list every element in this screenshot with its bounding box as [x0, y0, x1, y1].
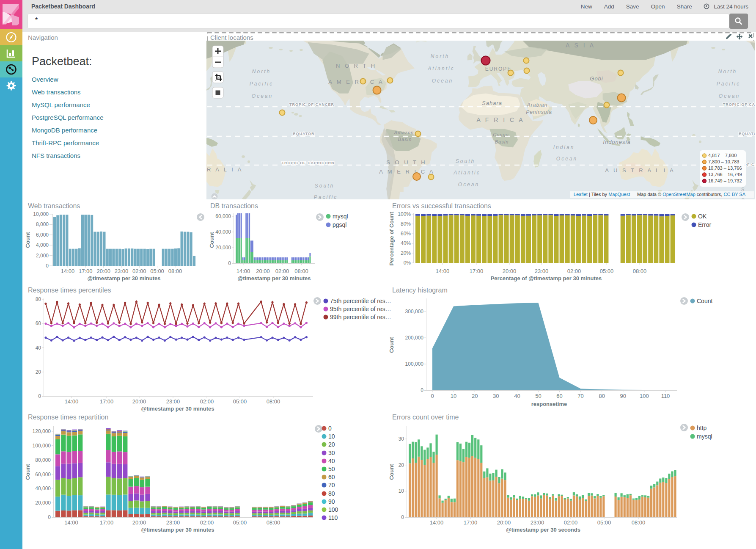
svg-text:4,000: 4,000	[36, 242, 49, 248]
svg-text:@timestamp per 30 minutes: @timestamp per 30 minutes	[87, 275, 160, 281]
svg-text:Response times percentiles: Response times percentiles	[28, 287, 111, 294]
svg-text:02:00: 02:00	[200, 519, 214, 526]
svg-text:40,000: 40,000	[215, 229, 231, 235]
svg-text:0: 0	[431, 393, 434, 399]
svg-text:0: 0	[328, 425, 332, 432]
svg-text:05:00: 05:00	[233, 519, 247, 526]
svg-text:40: 40	[36, 345, 41, 351]
svg-text:Percentage of Count: Percentage of Count	[388, 212, 395, 266]
svg-text:@timestamp per 30 seconds: @timestamp per 30 seconds	[506, 527, 580, 533]
svg-text:6,000: 6,000	[36, 232, 49, 238]
svg-text:100: 100	[328, 506, 338, 513]
svg-text:300,000: 300,000	[405, 309, 424, 315]
svg-text:50: 50	[535, 393, 541, 399]
svg-text:20:00: 20:00	[497, 519, 511, 526]
svg-text:99th percentile of res…: 99th percentile of res…	[330, 314, 391, 320]
svg-text:10: 10	[328, 433, 335, 440]
svg-text:02:00: 02:00	[567, 268, 581, 274]
svg-text:30: 30	[399, 436, 404, 442]
svg-text:20:00: 20:00	[132, 519, 146, 526]
svg-text:08:00: 08:00	[632, 519, 646, 526]
svg-text:0: 0	[401, 514, 404, 520]
svg-text:23:00: 23:00	[115, 268, 129, 274]
svg-text:@timestamp per 30 minutes: @timestamp per 30 minutes	[237, 275, 311, 281]
svg-text:OK: OK	[698, 213, 707, 220]
svg-text:100: 100	[640, 393, 649, 399]
svg-text:14:00: 14:00	[430, 519, 444, 526]
svg-text:14:00: 14:00	[436, 268, 450, 274]
svg-text:23:00: 23:00	[535, 268, 549, 274]
svg-text:90: 90	[328, 498, 335, 505]
svg-text:05:00: 05:00	[233, 398, 247, 405]
svg-text:DB transactions: DB transactions	[210, 202, 258, 210]
svg-text:08:00: 08:00	[168, 268, 182, 274]
svg-text:Count: Count	[697, 298, 712, 304]
svg-text:17:00: 17:00	[100, 519, 114, 526]
svg-text:0: 0	[46, 263, 49, 269]
svg-text:14:00: 14:00	[65, 398, 79, 405]
svg-text:70: 70	[577, 393, 583, 399]
svg-text:Errors vs successful transacti: Errors vs successful transactions	[392, 202, 491, 210]
svg-text:Errors count over time: Errors count over time	[392, 414, 459, 421]
svg-text:100,000: 100,000	[405, 361, 424, 367]
svg-text:23:00: 23:00	[531, 519, 544, 526]
svg-text:20:00: 20:00	[503, 268, 517, 274]
svg-text:05:00: 05:00	[597, 519, 611, 526]
svg-text:50: 50	[328, 466, 335, 472]
svg-text:80: 80	[328, 490, 335, 497]
svg-text:20:00: 20:00	[132, 398, 146, 405]
svg-text:mysql: mysql	[697, 433, 712, 440]
svg-text:Error: Error	[698, 221, 711, 228]
svg-text:80,000: 80,000	[35, 457, 51, 463]
svg-text:2,000: 2,000	[36, 253, 49, 259]
svg-text:20:00: 20:00	[96, 268, 110, 274]
svg-text:100,000: 100,000	[33, 443, 51, 449]
svg-text:60%: 60%	[401, 231, 411, 237]
svg-text:70: 70	[328, 482, 335, 488]
svg-text:110: 110	[328, 514, 338, 521]
svg-text:20,000: 20,000	[35, 500, 51, 506]
svg-text:20: 20	[328, 441, 335, 448]
svg-text:8,000: 8,000	[36, 221, 49, 227]
svg-text:90: 90	[620, 393, 626, 399]
svg-text:@timestamp per 30 minutes: @timestamp per 30 minutes	[141, 527, 214, 533]
svg-text:20: 20	[472, 393, 478, 399]
svg-text:110: 110	[661, 393, 670, 399]
svg-text:10,000: 10,000	[33, 211, 49, 217]
svg-text:17:00: 17:00	[100, 398, 114, 405]
svg-text:10: 10	[451, 393, 456, 399]
svg-text:0: 0	[228, 260, 231, 266]
svg-text:Percentage of @timestamp per 3: Percentage of @timestamp per 30 minutes	[491, 275, 602, 281]
svg-text:14:00: 14:00	[64, 519, 78, 526]
svg-text:23:00: 23:00	[166, 519, 180, 526]
svg-text:60: 60	[556, 393, 562, 399]
svg-text:Count: Count	[25, 464, 31, 480]
svg-text:100%: 100%	[398, 211, 411, 217]
svg-text:08:00: 08:00	[267, 398, 280, 405]
svg-text:30: 30	[328, 450, 335, 456]
svg-text:20: 20	[36, 369, 41, 375]
svg-text:Count: Count	[388, 337, 395, 353]
svg-text:20%: 20%	[401, 250, 411, 256]
svg-text:80%: 80%	[401, 221, 411, 227]
svg-text:10: 10	[399, 488, 404, 494]
svg-text:14:00: 14:00	[61, 268, 75, 274]
svg-text:Count: Count	[388, 464, 395, 480]
svg-text:02:00: 02:00	[564, 519, 578, 526]
svg-text:08:00: 08:00	[294, 268, 308, 274]
svg-text:17:00: 17:00	[464, 519, 478, 526]
svg-text:60: 60	[328, 474, 335, 480]
svg-text:20: 20	[399, 462, 404, 468]
svg-text:0: 0	[38, 393, 41, 399]
svg-text:Count: Count	[25, 232, 31, 248]
svg-text:60,000: 60,000	[215, 213, 231, 219]
svg-text:http: http	[697, 425, 707, 431]
svg-text:responsetime: responsetime	[531, 401, 567, 407]
svg-text:17:00: 17:00	[470, 268, 484, 274]
svg-text:0: 0	[48, 514, 51, 520]
svg-text:02:00: 02:00	[132, 268, 146, 274]
svg-text:Latency histogram: Latency histogram	[392, 287, 448, 294]
svg-text:14:00: 14:00	[236, 268, 250, 274]
svg-text:40,000: 40,000	[35, 486, 51, 491]
svg-text:30: 30	[493, 393, 499, 399]
